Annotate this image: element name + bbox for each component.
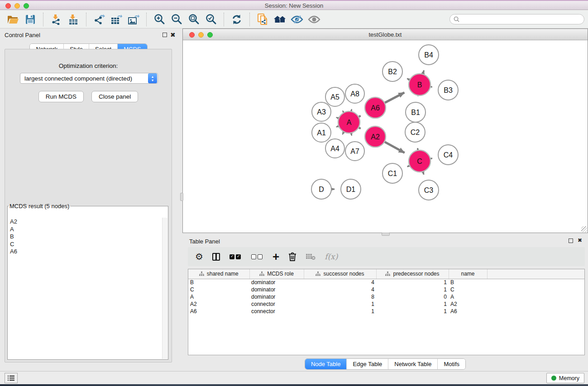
graph-edge-A-A6[interactable] (359, 116, 361, 117)
col-successor-nodes[interactable]: successor nodes (304, 269, 376, 279)
table-row[interactable]: A6connector11A6 (188, 308, 584, 315)
run-mcds-button[interactable]: Run MCDS (38, 91, 84, 102)
table-cell[interactable]: connector (249, 300, 304, 308)
table-cell[interactable]: A2 (188, 300, 249, 308)
table-row[interactable]: Adominator80A (188, 293, 584, 300)
delete-column-icon[interactable] (288, 251, 296, 262)
graph-edge-A-A2[interactable] (359, 128, 361, 129)
hide-selected-icon[interactable] (288, 12, 306, 27)
float-table-panel-icon[interactable] (569, 238, 573, 244)
graph-edge-C-C2[interactable] (418, 148, 418, 150)
table-cell[interactable]: 4 (304, 286, 376, 293)
col-mcds-role[interactable]: MCDS role (249, 269, 304, 279)
memory-button[interactable]: Memory (546, 373, 584, 383)
table-cell[interactable]: C (449, 286, 487, 293)
table-cell[interactable]: 1 (376, 308, 449, 315)
table-cell[interactable]: 1 (304, 308, 376, 315)
mcds-result-item[interactable]: C (10, 241, 160, 248)
table-cell[interactable]: A2 (449, 300, 487, 308)
graph-edge-B-B4[interactable] (423, 70, 424, 74)
graph-edge-A6-B[interactable] (385, 93, 404, 103)
mcds-result-item[interactable]: B (10, 233, 160, 241)
unselect-all-columns-icon[interactable] (251, 251, 263, 262)
export-table-icon[interactable] (108, 12, 125, 27)
mcds-result-scrollbar[interactable] (162, 218, 167, 359)
add-column-icon[interactable]: + (272, 251, 279, 262)
table-cell[interactable]: dominator (249, 279, 304, 286)
close-panel-icon[interactable]: ✖ (170, 31, 176, 38)
col-predecessor-nodes[interactable]: predecessor nodes (376, 269, 449, 279)
table-cell[interactable]: A (449, 293, 487, 300)
table-cell[interactable]: 1 (376, 279, 449, 286)
table-cell[interactable]: 1 (376, 300, 449, 308)
task-history-button[interactable] (5, 373, 18, 383)
import-table-icon[interactable] (65, 12, 82, 27)
clone-network-icon[interactable] (254, 12, 271, 27)
search-field[interactable] (449, 14, 584, 24)
window-resize-grip[interactable] (581, 226, 587, 232)
graph-edge-A-A7[interactable] (351, 133, 352, 135)
table-cell[interactable]: 0 (376, 293, 449, 300)
table-cell[interactable]: 4 (304, 279, 376, 286)
tab-motifs[interactable]: Motifs (437, 359, 465, 369)
table-cell[interactable]: 8 (304, 293, 376, 300)
zoom-fit-icon[interactable] (185, 12, 202, 27)
graph-edge-A-A3[interactable] (336, 117, 339, 118)
mcds-result-item[interactable]: A6 (10, 248, 160, 256)
table-cell[interactable]: B (188, 279, 249, 286)
save-session-icon[interactable] (22, 12, 39, 27)
home-view-icon[interactable] (271, 12, 288, 27)
col-shared-name[interactable]: shared name (188, 269, 249, 279)
graph-edge-C-C3[interactable] (423, 172, 424, 175)
table-cell[interactable]: B (449, 279, 487, 286)
zoom-out-icon[interactable] (168, 12, 185, 27)
table-cell[interactable]: A6 (188, 308, 249, 315)
tab-network-table[interactable]: Network Table (388, 359, 437, 369)
graph-edge-B-B2[interactable] (407, 79, 409, 80)
graph-node-label: B3 (444, 86, 453, 94)
float-panel-icon[interactable] (163, 32, 167, 38)
table-cell[interactable]: A6 (449, 308, 487, 315)
refresh-icon[interactable] (228, 12, 245, 27)
table-row[interactable]: Bdominator41B (188, 279, 584, 286)
zoom-selected-icon[interactable] (202, 12, 220, 27)
table-cell[interactable]: dominator (249, 286, 304, 293)
criterion-dropdown[interactable]: largest connected component (directed) ▲… (20, 73, 158, 84)
zoom-in-icon[interactable] (151, 12, 168, 27)
select-all-columns-icon[interactable] (229, 251, 242, 262)
close-panel-button[interactable]: Close panel (91, 91, 138, 102)
graph-edge-B-B3[interactable] (431, 87, 432, 87)
graph-edge-A-A4[interactable] (342, 132, 344, 134)
graph-edge-A-A1[interactable] (336, 126, 339, 127)
graph-edge-A-A8[interactable] (351, 109, 352, 111)
open-session-icon[interactable] (5, 12, 22, 27)
table-cell[interactable]: 1 (304, 300, 376, 308)
table-cell[interactable]: C (188, 286, 249, 293)
graph-edge-A2-C[interactable] (385, 142, 405, 153)
table-settings-icon[interactable]: ⚙ (195, 251, 203, 262)
table-row[interactable]: A2connector11A2 (188, 300, 584, 308)
show-columns-icon[interactable] (212, 251, 220, 262)
col-name[interactable]: name (449, 269, 487, 279)
table-cell[interactable]: 1 (376, 286, 449, 293)
mcds-result-item[interactable]: A2 (10, 218, 160, 226)
table-cell[interactable]: A (188, 293, 249, 300)
graph-edge-C-C4[interactable] (430, 158, 432, 159)
tab-node-table[interactable]: Node Table (305, 359, 347, 369)
table-cell[interactable]: dominator (249, 293, 304, 300)
close-table-panel-icon[interactable]: ✖ (578, 237, 582, 243)
table-cell[interactable]: connector (249, 308, 304, 315)
export-image-icon[interactable] (125, 12, 142, 27)
search-input[interactable] (462, 15, 584, 24)
table-row[interactable]: Cdominator41C (188, 286, 584, 293)
splitter-grip-vertical[interactable] (180, 193, 183, 201)
export-network-icon[interactable] (91, 12, 108, 27)
network-graph[interactable]: B4B2BB3A5A8A6A3B1AC2A1A2A4A7CC4C1C3DD1 (183, 40, 588, 233)
network-canvas[interactable]: B4B2BB3A5A8A6A3B1AC2A1A2A4A7CC4C1C3DD1 (183, 40, 588, 233)
show-all-icon[interactable] (306, 12, 323, 27)
graph-edge-A-A5[interactable] (343, 111, 344, 113)
tab-edge-table[interactable]: Edge Table (346, 359, 388, 369)
mcds-result-item[interactable]: A (10, 226, 160, 234)
import-network-icon[interactable] (48, 12, 65, 27)
graph-edge-C-C1[interactable] (407, 166, 409, 167)
